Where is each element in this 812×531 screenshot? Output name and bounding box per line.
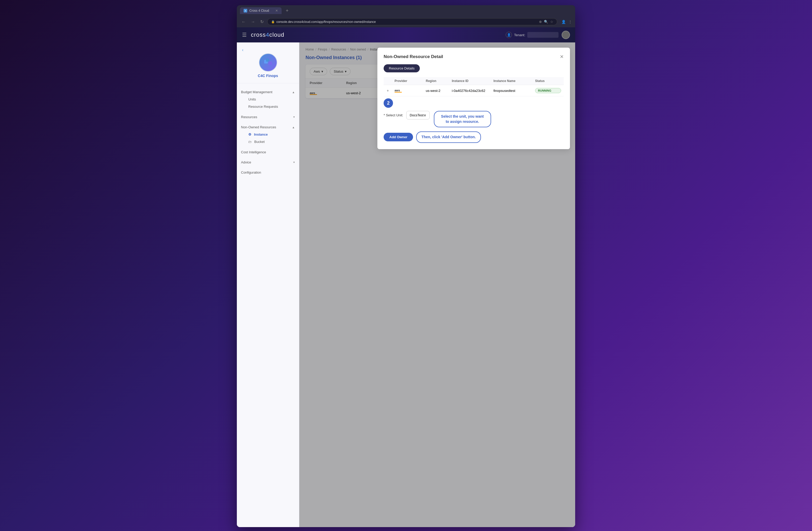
- profile-icon[interactable]: 👤: [561, 20, 566, 24]
- tenant-icon: 👤: [506, 32, 512, 38]
- refresh-button[interactable]: ↻: [259, 18, 265, 25]
- svg-rect-2: [266, 59, 269, 62]
- bucket-label: Bucket: [254, 140, 265, 144]
- select-unit-chevron: ∨: [424, 113, 426, 117]
- sidebar-section-config: Configuration: [237, 167, 299, 177]
- sidebar-section-header-budget[interactable]: Budget Management ▲: [241, 88, 295, 96]
- top-nav: ☰ cross4cloud 👤 Tenant:: [237, 27, 575, 42]
- select-unit-row: * Select Unit: DocsTest ∨: [383, 111, 430, 119]
- more-icon[interactable]: ⋮: [568, 20, 572, 24]
- resource-details-tab[interactable]: Resource Details: [383, 64, 420, 72]
- main-layout: ‹ C4C Finops Budget Managemen: [237, 42, 575, 527]
- detail-panel-title: Non-Owned Resource Detail: [383, 54, 443, 59]
- action-row: Add Owner Then, click 'Add Owner' button…: [383, 131, 564, 143]
- sidebar-section-cost: Cost Intelligence: [237, 146, 299, 157]
- sidebar-nav: Budget Management ▲ Units Resource Reque…: [237, 83, 299, 180]
- hamburger-button[interactable]: ☰: [242, 32, 247, 38]
- sidebar-section-header-non-owned[interactable]: Non-Owned Resources ▲: [241, 124, 295, 131]
- col-detail-instance-id: Instance ID: [452, 79, 493, 83]
- step-circle: 2: [383, 98, 393, 108]
- app-container: ☰ cross4cloud 👤 Tenant: ‹: [237, 27, 575, 527]
- row-detail-region: us-west-2: [426, 89, 452, 93]
- tab-close-icon[interactable]: ✕: [275, 9, 278, 13]
- resources-chevron-icon: ▾: [293, 115, 295, 119]
- nav-left: ☰ cross4cloud: [242, 31, 284, 38]
- browser-window: 4 Cross 4 Cloud ✕ + ← → ↻ 🔒 console.dev.…: [237, 5, 575, 527]
- col-plus-header: [387, 79, 394, 83]
- row-detail-instance-id: i-0a40276c42da23c62: [452, 89, 493, 93]
- row-detail-status: RUNNING: [535, 88, 561, 93]
- star-icon[interactable]: ☆: [550, 20, 553, 24]
- sidebar-section-advice: Advice ▾: [237, 157, 299, 167]
- sidebar-item-bucket[interactable]: 🗁 Bucket: [242, 138, 294, 145]
- tab-favicon: 4: [244, 9, 247, 13]
- row-expand-icon: +: [387, 88, 394, 93]
- sidebar-item-instance[interactable]: ⚙ Instance: [242, 131, 294, 138]
- svg-rect-6: [394, 92, 402, 93]
- col-detail-status: Status: [535, 79, 561, 83]
- sidebar-logo-area: ‹ C4C Finops: [237, 42, 299, 83]
- add-owner-button[interactable]: Add Owner: [383, 133, 413, 141]
- browser-tab[interactable]: 4 Cross 4 Cloud ✕: [240, 7, 281, 14]
- close-panel-button[interactable]: ✕: [560, 54, 564, 60]
- row-detail-provider: aws: [394, 88, 426, 94]
- sidebar-section-budget: Budget Management ▲ Units Resource Reque…: [237, 86, 299, 111]
- advice-section-label: Advice: [241, 160, 251, 164]
- browser-menu-icons: 👤 ⋮: [561, 20, 572, 24]
- avatar-button[interactable]: [562, 31, 570, 39]
- forward-button[interactable]: →: [249, 18, 257, 25]
- select-unit-dropdown[interactable]: DocsTest ∨: [406, 111, 430, 119]
- col-detail-instance-name: Instance Name: [493, 79, 535, 83]
- tenant-value-box: [527, 32, 559, 38]
- advice-chevron-icon: ▾: [293, 161, 295, 164]
- col-detail-provider: Provider: [394, 79, 426, 83]
- tooltip-add-owner: Then, click 'Add Owner' button.: [416, 131, 481, 143]
- col-detail-region: Region: [426, 79, 452, 83]
- config-section-label: Configuration: [241, 171, 261, 174]
- address-bar-icons: ⊕ 🔍 ☆: [539, 20, 553, 24]
- tooltip-select-unit: Select the unit, you want to assign reso…: [434, 111, 491, 127]
- non-owned-chevron-icon: ▲: [292, 126, 295, 129]
- tenant-area: 👤 Tenant:: [506, 32, 559, 38]
- address-text: console.dev.cross4cloud.com/app/finops/r…: [276, 20, 376, 24]
- page-content: Home / Finops / Resources / Non owned / …: [299, 42, 575, 527]
- non-owned-section-label: Non-Owned Resources: [241, 125, 276, 129]
- budget-section-label: Budget Management: [241, 90, 273, 94]
- browser-controls: ← → ↻ 🔒 console.dev.cross4cloud.com/app/…: [237, 16, 575, 27]
- resource-requests-label: Resource Requests: [248, 105, 278, 109]
- sidebar-section-resources: Resources ▾: [237, 111, 299, 121]
- nav-right: 👤 Tenant:: [506, 31, 570, 39]
- zoom-icon: 🔍: [544, 20, 548, 24]
- select-unit-label: * Select Unit:: [383, 113, 403, 117]
- cast-icon: ⊕: [539, 20, 542, 24]
- instance-label: Instance: [254, 132, 268, 137]
- back-button[interactable]: ←: [240, 18, 247, 25]
- units-label: Units: [248, 97, 256, 101]
- sidebar-back-button[interactable]: ‹: [242, 48, 243, 52]
- budget-chevron-icon: ▲: [292, 90, 295, 94]
- resources-section-label: Resources: [241, 115, 257, 119]
- sidebar-section-header-advice[interactable]: Advice ▾: [241, 159, 295, 166]
- tab-title: Cross 4 Cloud: [249, 9, 269, 13]
- svg-text:aws: aws: [394, 89, 400, 92]
- sidebar-item-units[interactable]: Units: [242, 96, 294, 103]
- overlay: Non-Owned Resource Detail ✕ Resource Det…: [299, 42, 575, 527]
- app-logo: cross4cloud: [251, 31, 284, 38]
- browser-titlebar: 4 Cross 4 Cloud ✕ +: [237, 5, 575, 16]
- svg-rect-1: [268, 61, 272, 65]
- select-unit-value: DocsTest: [410, 113, 423, 117]
- sidebar: ‹ C4C Finops Budget Managemen: [237, 42, 299, 527]
- sidebar-section-non-owned: Non-Owned Resources ▲ ⚙ Instance 🗁 Bucke…: [237, 121, 299, 146]
- row-detail-instance-name: finopsusedtest: [493, 89, 535, 93]
- resource-detail-row[interactable]: + aws us-west-2 i-0a40276c42da23c62 fino…: [383, 85, 564, 96]
- sidebar-item-resource-requests[interactable]: Resource Requests: [242, 103, 294, 110]
- address-bar[interactable]: 🔒 console.dev.cross4cloud.com/app/finops…: [267, 18, 557, 25]
- new-tab-button[interactable]: +: [284, 8, 291, 14]
- sidebar-section-title: C4C Finops: [258, 74, 278, 78]
- sidebar-section-header-config[interactable]: Configuration: [241, 169, 295, 176]
- cost-section-label: Cost Intelligence: [241, 150, 266, 154]
- sidebar-section-header-resources[interactable]: Resources ▾: [241, 114, 295, 120]
- sidebar-section-header-cost[interactable]: Cost Intelligence: [241, 149, 295, 156]
- instance-icon: ⚙: [248, 132, 251, 137]
- resource-table-head: Provider Region Instance ID Instance Nam…: [383, 77, 564, 85]
